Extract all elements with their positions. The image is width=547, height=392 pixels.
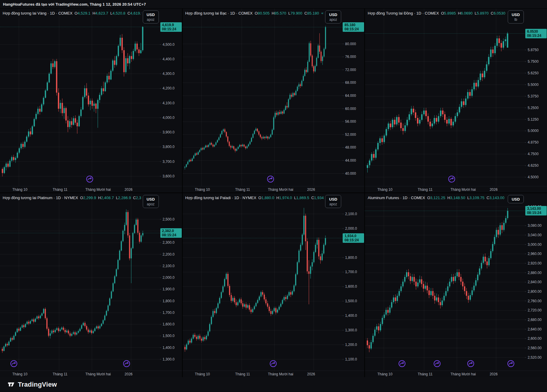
time-axis[interactable]: Tháng 10Tháng 11Tháng Mười hai2026 xyxy=(0,186,182,193)
circled-arrow-icon[interactable] xyxy=(467,360,475,368)
last-price-label: 1,934.008:15:24 xyxy=(343,233,364,243)
chart-panel-aluminum: 3,160.003,080.003,040.003,000.002,960.00… xyxy=(365,193,547,377)
ohlc-value: 3,148.50 xyxy=(450,196,465,200)
price-scale-tick: 4.7500 xyxy=(528,152,539,156)
time-axis-label: Tháng 11 xyxy=(418,188,432,192)
price-chart-aluminum[interactable] xyxy=(365,193,547,371)
time-axis-label: Tháng Mười hai xyxy=(450,372,476,376)
price-scale-tick: 3,080.00 xyxy=(528,223,542,228)
last-price-time: 08:15:24 xyxy=(162,27,180,31)
ohlc-value: 1,934.0 xyxy=(314,196,324,200)
price-scale-tick: 1,700.0 xyxy=(163,311,175,315)
ohlc-key: H xyxy=(272,11,274,15)
ohlc-key: C xyxy=(304,11,307,15)
last-price-value: 2,382.0 xyxy=(162,229,180,233)
unit-label: lb xyxy=(508,17,524,22)
price-chart-gold[interactable] xyxy=(0,9,182,186)
price-scale-tick: 1,800.0 xyxy=(345,256,357,260)
time-axis[interactable]: Tháng 10Tháng 11Tháng Mười hai2026 xyxy=(183,186,365,193)
circled-arrow-icon[interactable] xyxy=(267,175,275,183)
time-axis[interactable]: Tháng 10Tháng 11Tháng Mười hai2026 xyxy=(183,371,365,377)
ohlc-value: 2,286.9 xyxy=(118,196,131,200)
time-axis-label: Tháng 11 xyxy=(418,372,432,376)
tradingview-logo[interactable]: TradingView xyxy=(7,380,57,388)
symbol-title: Hợp đồng tương lai Platinum · 1D · NYMEX xyxy=(3,196,78,200)
symbol-header[interactable]: Hợp đồng tương lai Paladi · 1D · NYMEXO1… xyxy=(185,196,324,200)
time-axis[interactable]: Tháng 10Tháng 11Tháng Mười hai2026 xyxy=(365,371,547,377)
unit-label: apoz xyxy=(143,202,159,207)
change-value: +5.840 (+7.36%) xyxy=(321,11,324,15)
price-scale-tick: 1,900.0 xyxy=(163,287,175,291)
circled-arrow-icon[interactable] xyxy=(123,360,131,368)
price-scale-tick: 3,600.0 xyxy=(163,174,175,178)
price-scale-tick: 1,600.0 xyxy=(163,322,175,326)
last-price-label: 6.053008:15:24 xyxy=(525,29,547,38)
last-price-value: 4,619.9 xyxy=(162,23,180,27)
circled-arrow-icon[interactable] xyxy=(269,360,277,368)
price-scale-tick: 2,960.00 xyxy=(528,252,542,256)
circled-arrow-icon[interactable] xyxy=(398,360,406,368)
price-scale-tick: 76.000 xyxy=(345,55,356,59)
ohlc-key: H xyxy=(447,196,450,200)
symbol-title: Aluminum Futures · 1D · COMEX xyxy=(368,196,425,200)
symbol-title: Hợp đồng Tương lai Đồng · 1D · COMEX xyxy=(368,11,439,15)
price-scale-tick: 3,000.00 xyxy=(528,243,542,247)
symbol-header[interactable]: Aluminum Futures · 1D · COMEXO3,121.25H3… xyxy=(368,196,506,200)
time-axis-label: 2026 xyxy=(307,188,315,192)
last-price-value: 3,143.00 xyxy=(527,207,545,211)
currency-code: USD xyxy=(508,12,524,17)
price-scale-tick: 2,560.00 xyxy=(528,346,542,350)
time-axis-label: Tháng 11 xyxy=(53,188,68,192)
chart-panel-gold: 4,500.04,400.04,300.04,200.04,100.04,000… xyxy=(0,9,182,193)
price-scale-tick: 4.5000 xyxy=(528,175,539,179)
circled-arrow-icon[interactable] xyxy=(86,175,94,183)
price-scale-tick: 1,100.0 xyxy=(345,357,357,361)
price-chart-silver[interactable] xyxy=(183,9,365,186)
price-scale-tick: 4,000.0 xyxy=(163,116,175,120)
ohlc-value: 85.180 xyxy=(307,11,319,15)
last-price-value: 85.180 xyxy=(344,23,363,27)
ohlc-key: L xyxy=(288,11,290,15)
price-scale-tick: 1,800.0 xyxy=(163,299,175,303)
time-axis[interactable]: Tháng 10Tháng 11Tháng Mười hai2026 xyxy=(0,371,182,377)
circled-arrow-icon[interactable] xyxy=(433,360,441,368)
symbol-title: Hợp đồng tương lai Bạc · 1D · COMEX xyxy=(185,11,253,15)
ohlc-key: C xyxy=(127,11,130,15)
ohlc-key: H xyxy=(458,11,461,15)
symbol-header[interactable]: Hợp đồng Tương lai Đồng · 1D · COMEXO5.8… xyxy=(368,11,506,15)
time-axis-label: Tháng 11 xyxy=(235,188,250,192)
ohlc-value: 1,974.0 xyxy=(279,196,292,200)
price-chart-platinum[interactable] xyxy=(0,193,182,371)
chart-panel-silver: 80.00076.00072.00068.00064.00060.00056.0… xyxy=(183,9,365,193)
ohlc-key: O xyxy=(258,196,261,200)
ohlc-key: H xyxy=(98,196,101,200)
price-chart-copper[interactable] xyxy=(365,9,547,186)
price-scale-tick: 2,760.00 xyxy=(528,299,542,303)
price-scale-tick: 2,840.00 xyxy=(528,280,542,284)
circled-arrow-icon[interactable] xyxy=(448,175,456,183)
chart-panel-palladium: 2,100.02,000.01,800.01,700.01,600.01,500… xyxy=(183,193,365,377)
chart-panel-platinum: 2,500.02,400.02,300.02,200.02,100.02,000… xyxy=(0,193,182,377)
price-scale-tick: 40.000 xyxy=(345,171,356,176)
symbol-header[interactable]: Hợp đồng tương lai Vàng · 1D · COMEXO4,5… xyxy=(3,11,141,15)
unit-label: apoz xyxy=(325,202,341,207)
symbol-title: Hợp đồng tương lai Vàng · 1D · COMEX xyxy=(3,11,73,15)
symbol-header[interactable]: Hợp đồng tương lai Bạc · 1D · COMEXO80.5… xyxy=(185,11,324,15)
circled-arrow-icon[interactable] xyxy=(507,360,515,368)
price-scale-tick: 52.000 xyxy=(345,133,356,137)
price-scale-tick: 4.6250 xyxy=(528,163,539,168)
price-scale-tick: 80.000 xyxy=(345,42,356,46)
circled-arrow-icon[interactable] xyxy=(10,360,18,368)
last-price-label: 2,382.008:15:24 xyxy=(160,228,182,238)
time-axis-label: 2026 xyxy=(125,188,133,192)
ohlc-value: 79.900 xyxy=(291,11,303,15)
time-axis-label: Tháng 10 xyxy=(195,372,210,376)
price-scale-tick: 4,100.0 xyxy=(163,101,175,105)
time-axis[interactable]: Tháng 10Tháng 11Tháng Mười hai2026 xyxy=(365,186,547,193)
ohlc-key: L xyxy=(294,196,296,200)
symbol-header[interactable]: Hợp đồng tương lai Platinum · 1D · NYMEX… xyxy=(3,196,141,200)
time-axis-label: 2026 xyxy=(307,372,315,376)
time-axis-label: Tháng Mười hai xyxy=(268,372,293,376)
price-chart-palladium[interactable] xyxy=(183,193,365,371)
price-scale-tick: 48.000 xyxy=(345,145,356,149)
